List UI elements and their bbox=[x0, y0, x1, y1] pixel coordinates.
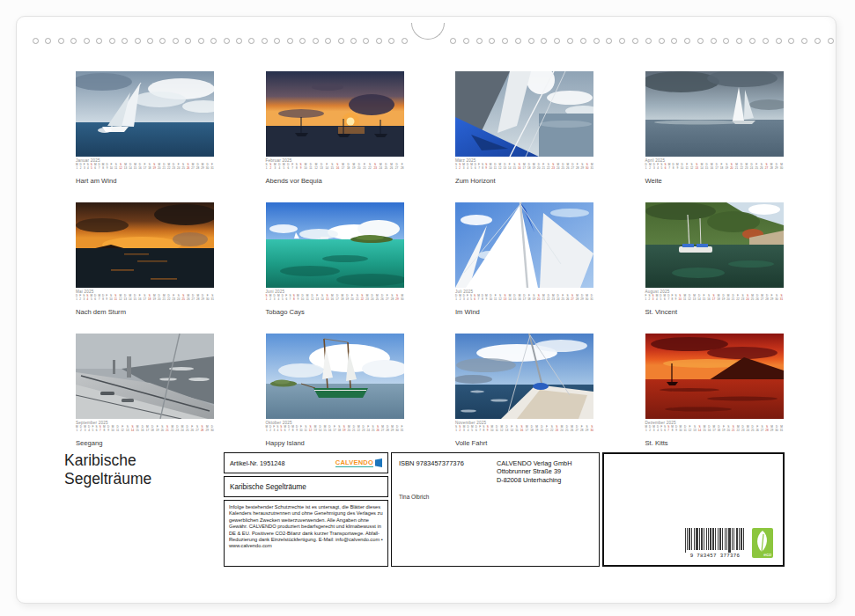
mini-day: D23 bbox=[172, 164, 174, 171]
mini-day: M28 bbox=[576, 295, 579, 302]
mini-day: D30 bbox=[395, 426, 398, 433]
mini-day: F27 bbox=[386, 295, 388, 302]
mini-day: D5 bbox=[660, 295, 661, 302]
mini-day: D16 bbox=[328, 426, 331, 433]
mini-day: M10 bbox=[489, 164, 491, 171]
month-photo-red-sunset bbox=[645, 334, 784, 419]
mini-day: M6 bbox=[94, 164, 97, 171]
month-caption: St. Vincent bbox=[645, 308, 784, 316]
mini-calendar: Januar 2025 M1D2F3S4S5M6D7M8D9F10S11S12M… bbox=[76, 158, 214, 171]
mini-day: S22 bbox=[550, 426, 553, 433]
mini-day: D13 bbox=[504, 164, 506, 171]
mini-day: S4 bbox=[87, 164, 89, 171]
mini-day: S5 bbox=[280, 426, 282, 433]
mini-calendar: März 2025 S1S2M3D4M5D6F7S8S9M10D11M12D13… bbox=[455, 158, 593, 171]
mini-day: M11 bbox=[683, 295, 686, 302]
mini-day: F4 bbox=[657, 164, 659, 171]
mini-day: S19 bbox=[725, 164, 727, 171]
mini-day: D3 bbox=[274, 295, 276, 302]
binding-hole bbox=[299, 38, 306, 44]
calendar-title-box: Karibische Segelträume bbox=[224, 476, 388, 497]
mini-day: D12 bbox=[688, 295, 690, 302]
binding-hole bbox=[338, 38, 344, 44]
binding-hole bbox=[109, 38, 115, 44]
mini-day: F7 bbox=[291, 164, 293, 171]
mini-day: S12 bbox=[498, 295, 501, 302]
mini-day: D2 bbox=[80, 164, 82, 171]
mini-day: M31 bbox=[780, 426, 783, 433]
mini-day: M3 bbox=[462, 164, 465, 171]
mini-day: S23 bbox=[741, 295, 744, 302]
mini-day: D1 bbox=[76, 295, 77, 302]
mini-calendar: Juli 2025 D1M2D3F4S5S6M7D8M9D10F11S12S13… bbox=[455, 290, 593, 302]
mini-day: D25 bbox=[385, 164, 387, 171]
month-caption: Tobago Cays bbox=[266, 308, 404, 316]
binding-hole bbox=[363, 38, 369, 44]
mini-day: M5 bbox=[470, 164, 473, 171]
month-caption: Zum Horizont bbox=[455, 177, 593, 185]
mini-day: F19 bbox=[156, 426, 158, 433]
mini-day: D23 bbox=[176, 426, 179, 433]
month-cell-oktober: Oktober 2025 M1D2F3S4S5M6D7M8D9F10S11S12… bbox=[266, 334, 404, 450]
mini-day: D28 bbox=[196, 164, 199, 171]
mini-day: M15 bbox=[703, 426, 705, 433]
mini-day: S9 bbox=[300, 164, 302, 171]
mini-day: S10 bbox=[679, 295, 682, 302]
binding-hole bbox=[274, 38, 280, 44]
calendar-title-text: Karibische Segelträume bbox=[230, 483, 306, 491]
mini-day: D20 bbox=[537, 164, 540, 171]
month-cell-august: August 2025 F1S2S3M4D5M6D7F8S9S10M11D12M… bbox=[645, 202, 784, 319]
mini-day: M12 bbox=[314, 164, 317, 171]
binding-hole bbox=[450, 38, 456, 44]
mini-day: M14 bbox=[700, 164, 703, 171]
mini-day: S16 bbox=[518, 164, 520, 171]
mini-day: M18 bbox=[717, 295, 719, 302]
mini-day: M24 bbox=[560, 426, 563, 433]
mini-day: M20 bbox=[348, 426, 350, 433]
mini-day: D26 bbox=[755, 295, 758, 302]
mini-day: D18 bbox=[718, 426, 720, 433]
mini-day: M28 bbox=[196, 295, 199, 302]
binding-hole bbox=[159, 38, 166, 44]
mini-day: D4 bbox=[657, 426, 659, 433]
binding-hole bbox=[763, 38, 769, 44]
mini-day: S4 bbox=[86, 295, 88, 302]
binding-hole bbox=[33, 38, 39, 44]
mini-day: S18 bbox=[148, 164, 151, 171]
mini-day: M5 bbox=[283, 164, 285, 171]
binding-hole bbox=[185, 38, 191, 44]
mini-day: S29 bbox=[581, 164, 584, 171]
month-photo-deck-rough-sea bbox=[76, 334, 214, 419]
mini-calendar-days: D1F2S3S4M5D6M7D8F9S10S11M12D13M14D15F16S… bbox=[76, 295, 214, 302]
mini-day: F9 bbox=[106, 295, 107, 302]
month-photo-sailboat-heeling bbox=[76, 71, 214, 157]
mini-day: M7 bbox=[477, 295, 480, 302]
mini-day: D24 bbox=[371, 295, 373, 302]
artikel-number: Artikel-Nr. 1951248 bbox=[230, 459, 284, 467]
month-caption: Weite bbox=[645, 177, 784, 185]
publisher-address: CALVENDO Verlag GmbH Ottobrunner Straße … bbox=[497, 459, 592, 484]
binding-hole bbox=[632, 38, 638, 44]
legal-box: Infolge bestehender Schutzrechte ist es … bbox=[224, 500, 388, 567]
mini-day: M26 bbox=[187, 295, 189, 302]
mini-day: S25 bbox=[372, 426, 374, 433]
month-photo-lone-sailboat-storm bbox=[645, 71, 784, 157]
mini-day: S22 bbox=[368, 164, 371, 171]
mini-day: S16 bbox=[520, 426, 523, 433]
mini-day: F20 bbox=[350, 295, 353, 302]
mini-day: S19 bbox=[343, 426, 345, 433]
binding-hole bbox=[541, 38, 547, 44]
mini-day: S14 bbox=[321, 295, 323, 302]
binding-hole bbox=[224, 38, 230, 44]
mini-day: D27 bbox=[575, 426, 578, 433]
binding-hole bbox=[350, 38, 357, 44]
mini-day: D6 bbox=[475, 426, 477, 433]
mini-day: S18 bbox=[148, 295, 151, 302]
mini-day: F12 bbox=[121, 426, 123, 433]
binding-hole bbox=[697, 38, 704, 44]
mini-day: M10 bbox=[111, 426, 114, 433]
mini-day: D28 bbox=[386, 426, 388, 433]
calvendo-logo: CALVENDO bbox=[335, 458, 382, 468]
mini-day: F3 bbox=[273, 426, 275, 433]
calendar-back-title: Karibische Segelträume bbox=[64, 451, 196, 488]
